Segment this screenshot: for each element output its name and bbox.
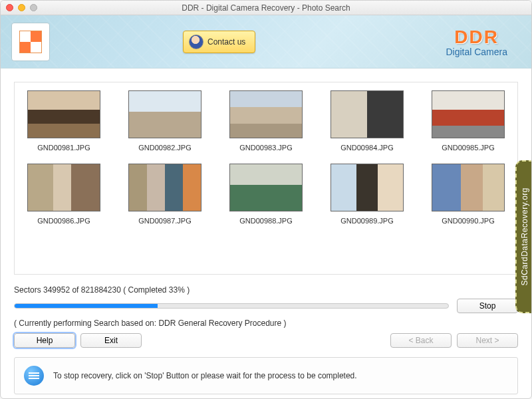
thumbnail-panel[interactable]: GND00981.JPG GND00982.JPG GND00983.JPG G… xyxy=(14,82,518,275)
contact-label: Contact us xyxy=(207,37,245,47)
list-item[interactable]: GND00990.JPG xyxy=(426,164,511,225)
file-label: GND00990.JPG xyxy=(426,217,511,225)
side-ribbon[interactable]: SdCardDataRecovery.org xyxy=(515,160,532,313)
titlebar: DDR - Digital Camera Recovery - Photo Se… xyxy=(1,1,531,15)
list-item[interactable]: GND00986.JPG xyxy=(21,164,106,225)
file-label: GND00988.JPG xyxy=(223,217,309,225)
photo-icon xyxy=(27,164,100,211)
sectors-text: Sectors 349952 of 821884230 ( Completed … xyxy=(14,285,518,295)
progress-section: Sectors 349952 of 821884230 ( Completed … xyxy=(1,280,531,357)
photo-icon xyxy=(432,90,505,138)
file-label: GND00987.JPG xyxy=(122,217,207,225)
thumb-row: GND00981.JPG GND00982.JPG GND00983.JPG G… xyxy=(21,90,511,152)
hint-text: To stop recovery, click on 'Stop' Button… xyxy=(53,371,357,380)
list-item[interactable]: GND00982.JPG xyxy=(122,90,207,152)
progress-row: Stop xyxy=(14,299,518,313)
content-area: GND00981.JPG GND00982.JPG GND00983.JPG G… xyxy=(1,68,531,280)
photo-icon xyxy=(27,90,100,138)
file-label: GND00986.JPG xyxy=(21,217,106,225)
brand-title: DDR xyxy=(446,27,507,48)
file-label: GND00981.JPG xyxy=(21,144,106,152)
contact-us-button[interactable]: Contact us xyxy=(183,31,255,53)
spacer xyxy=(147,333,385,348)
list-item[interactable]: GND00983.JPG xyxy=(223,90,309,152)
list-item[interactable]: GND00987.JPG xyxy=(122,164,207,225)
list-item[interactable]: GND00988.JPG xyxy=(223,164,309,225)
list-item[interactable]: GND00984.JPG xyxy=(325,90,410,152)
brand-subtitle: Digital Camera xyxy=(446,47,507,57)
app-logo[interactable] xyxy=(11,23,50,61)
photo-icon xyxy=(128,164,201,211)
photo-icon xyxy=(331,90,404,138)
app-window: DDR - Digital Camera Recovery - Photo Se… xyxy=(0,0,532,399)
status-text: ( Currently performing Search based on: … xyxy=(14,319,518,328)
list-item[interactable]: GND00985.JPG xyxy=(426,90,511,152)
person-icon xyxy=(189,35,203,49)
progress-fill xyxy=(15,304,158,308)
photo-icon xyxy=(128,90,201,138)
hint-bar: To stop recovery, click on 'Stop' Button… xyxy=(14,357,518,394)
info-icon xyxy=(24,366,44,386)
thumb-row: GND00986.JPG GND00987.JPG GND00988.JPG G… xyxy=(21,164,511,225)
brand-block: DDR Digital Camera xyxy=(446,27,521,57)
checker-icon xyxy=(19,31,42,53)
photo-icon xyxy=(432,164,505,211)
photo-icon xyxy=(331,164,404,211)
list-item[interactable]: GND00981.JPG xyxy=(21,90,106,152)
photo-icon xyxy=(229,164,303,211)
file-label: GND00983.JPG xyxy=(223,144,309,152)
file-label: GND00984.JPG xyxy=(325,144,410,152)
window-title: DDR - Digital Camera Recovery - Photo Se… xyxy=(1,3,531,13)
list-item[interactable]: GND00989.JPG xyxy=(325,164,410,225)
stop-button[interactable]: Stop xyxy=(457,299,518,313)
file-label: GND00989.JPG xyxy=(325,217,410,225)
header-banner: Contact us DDR Digital Camera xyxy=(1,15,531,68)
side-ribbon-label: SdCardDataRecovery.org xyxy=(520,188,529,286)
file-label: GND00982.JPG xyxy=(122,144,207,152)
help-button[interactable]: Help xyxy=(14,333,75,348)
button-row: Help Exit < Back Next > xyxy=(14,333,518,348)
photo-icon xyxy=(229,90,303,138)
exit-button[interactable]: Exit xyxy=(80,333,142,348)
progress-bar xyxy=(14,303,449,309)
next-button: Next > xyxy=(457,333,518,348)
file-label: GND00985.JPG xyxy=(426,144,511,152)
back-button: < Back xyxy=(390,333,452,348)
